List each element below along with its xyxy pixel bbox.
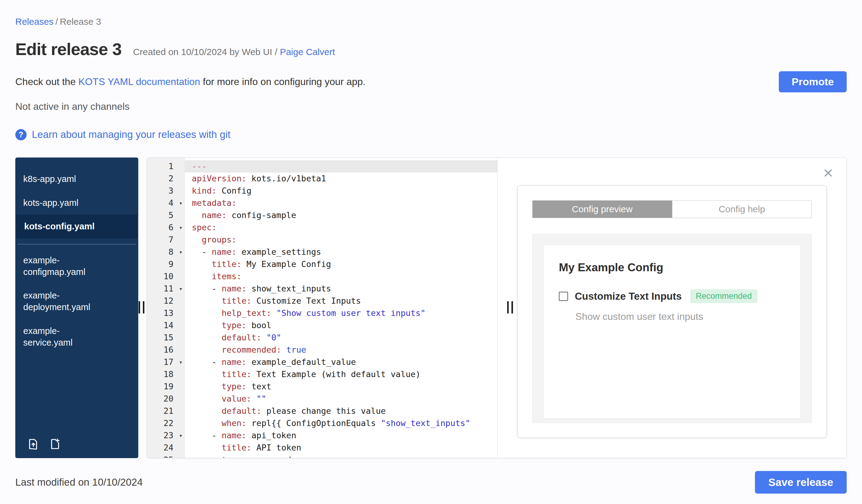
code-text: spec:: [184, 222, 497, 234]
line-number[interactable]: 3: [147, 185, 184, 197]
line-number[interactable]: 25: [147, 454, 184, 458]
code-line-15[interactable]: 15 default: "0": [147, 332, 497, 344]
code-line-12[interactable]: 12 title: Customize Text Inputs: [147, 295, 497, 307]
sidebar-file-kots-config.yaml[interactable]: kots-config.yaml: [16, 215, 138, 239]
save-release-button[interactable]: Save release: [755, 471, 847, 494]
yaml-code-editor[interactable]: 1---2apiVersion: kots.io/v1beta13kind: C…: [147, 158, 498, 458]
code-line-21[interactable]: 21 default: please change this value: [147, 405, 497, 417]
code-line-9[interactable]: 9 title: My Example Config: [147, 258, 497, 270]
line-number[interactable]: 16: [147, 344, 184, 356]
doc-row: Check out the KOTS YAML documentation fo…: [15, 71, 847, 92]
code-line-1[interactable]: 1---: [147, 160, 497, 172]
resize-bar: [507, 301, 509, 314]
code-text: kind: Config: [184, 185, 497, 197]
line-number[interactable]: 17▾: [147, 356, 184, 368]
code-line-20[interactable]: 20 value: "": [147, 393, 497, 405]
code-text: when: repl{{ ConfigOptionEquals "show_te…: [184, 417, 497, 429]
config-item-row: Customize Text Inputs Recommended: [559, 289, 785, 303]
code-line-11[interactable]: 11▾ - name: show_text_inputs: [147, 282, 497, 295]
fold-caret-icon[interactable]: ▾: [179, 356, 183, 368]
code-text: - name: api_token: [184, 429, 497, 442]
line-number[interactable]: 24: [147, 442, 184, 454]
resize-bar: [139, 301, 140, 314]
code-line-16[interactable]: 16 recommended: true: [147, 344, 497, 356]
code-line-18[interactable]: 18 title: Text Example (with default val…: [147, 368, 497, 381]
line-number[interactable]: 5: [147, 209, 184, 222]
code-line-7[interactable]: 7 groups:: [147, 234, 497, 246]
code-line-13[interactable]: 13 help_text: "Show custom user text inp…: [147, 307, 497, 319]
code-line-8[interactable]: 8▾ - name: example_settings: [147, 246, 497, 258]
code-line-14[interactable]: 14 type: bool: [147, 319, 497, 332]
line-number[interactable]: 9: [147, 258, 184, 270]
help-question-icon[interactable]: ?: [15, 129, 27, 141]
line-number[interactable]: 14: [147, 319, 184, 332]
code-line-19[interactable]: 19 type: text: [147, 381, 497, 393]
code-text: name: config-sample: [184, 209, 497, 222]
line-number[interactable]: 10: [147, 270, 184, 282]
line-number[interactable]: 1: [147, 160, 184, 172]
workbench: k8s-app.yamlkots-app.yamlkots-config.yam…: [15, 158, 847, 458]
code-line-10[interactable]: 10 items:: [147, 270, 497, 282]
fold-caret-icon[interactable]: ▾: [179, 246, 183, 258]
code-text: apiVersion: kots.io/v1beta1: [184, 172, 497, 185]
sidebar-resize-handle[interactable]: [139, 301, 144, 314]
fold-caret-icon[interactable]: ▾: [179, 222, 183, 234]
promote-button[interactable]: Promote: [779, 71, 847, 92]
line-number[interactable]: 2: [147, 172, 184, 185]
code-lines: 1---2apiVersion: kots.io/v1beta13kind: C…: [147, 160, 497, 458]
code-line-4[interactable]: 4▾metadata:: [147, 197, 497, 209]
line-number[interactable]: 12: [147, 295, 184, 307]
sidebar-file-example-deployment.yaml[interactable]: example-deployment.yaml: [15, 284, 107, 319]
sidebar-icons: [27, 437, 62, 450]
line-number[interactable]: 11▾: [147, 282, 184, 295]
line-number[interactable]: 8▾: [147, 246, 184, 258]
created-author-link[interactable]: Paige Calvert: [280, 47, 335, 57]
code-line-3[interactable]: 3kind: Config: [147, 185, 497, 197]
line-number[interactable]: 13: [147, 307, 184, 319]
line-number[interactable]: 23▾: [147, 429, 184, 442]
git-releases-link[interactable]: Learn about managing your releases with …: [32, 129, 230, 141]
resize-bar: [143, 301, 144, 314]
line-number[interactable]: 22: [147, 417, 184, 429]
code-text: type: text: [184, 381, 497, 393]
page-title: Edit release 3: [15, 39, 121, 59]
line-number[interactable]: 19: [147, 381, 184, 393]
new-file-icon[interactable]: [49, 437, 62, 450]
config-item-label[interactable]: Customize Text Inputs: [575, 291, 682, 302]
code-line-24[interactable]: 24 title: API token: [147, 442, 497, 454]
line-number[interactable]: 4▾: [147, 197, 184, 209]
line-number[interactable]: 21: [147, 405, 184, 417]
tab-config-preview[interactable]: Config preview: [533, 201, 672, 218]
code-line-6[interactable]: 6▾spec:: [147, 222, 497, 234]
code-line-23[interactable]: 23▾ - name: api_token: [147, 429, 497, 442]
line-number[interactable]: 6▾: [147, 222, 184, 234]
code-line-17[interactable]: 17▾ - name: example_default_value: [147, 356, 497, 368]
kots-yaml-doc-link[interactable]: KOTS YAML documentation: [78, 76, 200, 87]
sidebar-file-kots-app.yaml[interactable]: kots-app.yaml: [15, 191, 107, 215]
line-number[interactable]: 20: [147, 393, 184, 405]
doc-suffix: for more info on configuring your app.: [200, 76, 366, 87]
tab-config-help[interactable]: Config help: [672, 201, 812, 218]
sidebar-file-example-service.yaml[interactable]: example-service.yaml: [15, 319, 107, 355]
editor-resize-handle[interactable]: [507, 301, 513, 314]
line-number[interactable]: 18: [147, 368, 184, 381]
customize-text-inputs-checkbox[interactable]: [559, 292, 568, 301]
line-number[interactable]: 15: [147, 332, 184, 344]
import-file-icon[interactable]: [27, 437, 40, 450]
code-line-25[interactable]: 25 type: password: [147, 454, 497, 458]
breadcrumb-releases-link[interactable]: Releases: [15, 16, 53, 27]
file-sidebar: k8s-app.yamlkots-app.yamlkots-config.yam…: [15, 158, 138, 458]
code-text: type: password: [184, 454, 497, 458]
code-line-22[interactable]: 22 when: repl{{ ConfigOptionEquals "show…: [147, 417, 497, 429]
sidebar-file-k8s-app.yaml[interactable]: k8s-app.yaml: [15, 167, 107, 191]
sidebar-file-example-configmap.yaml[interactable]: example-configmap.yaml: [15, 249, 107, 284]
code-line-2[interactable]: 2apiVersion: kots.io/v1beta1: [147, 172, 497, 185]
file-list-divider: [18, 244, 136, 244]
close-icon[interactable]: ✕: [823, 166, 834, 181]
code-line-5[interactable]: 5 name: config-sample: [147, 209, 497, 222]
fold-caret-icon[interactable]: ▾: [179, 197, 183, 209]
resize-bar: [511, 301, 513, 314]
fold-caret-icon[interactable]: ▾: [179, 429, 183, 442]
fold-caret-icon[interactable]: ▾: [179, 282, 183, 295]
line-number[interactable]: 7: [147, 234, 184, 246]
